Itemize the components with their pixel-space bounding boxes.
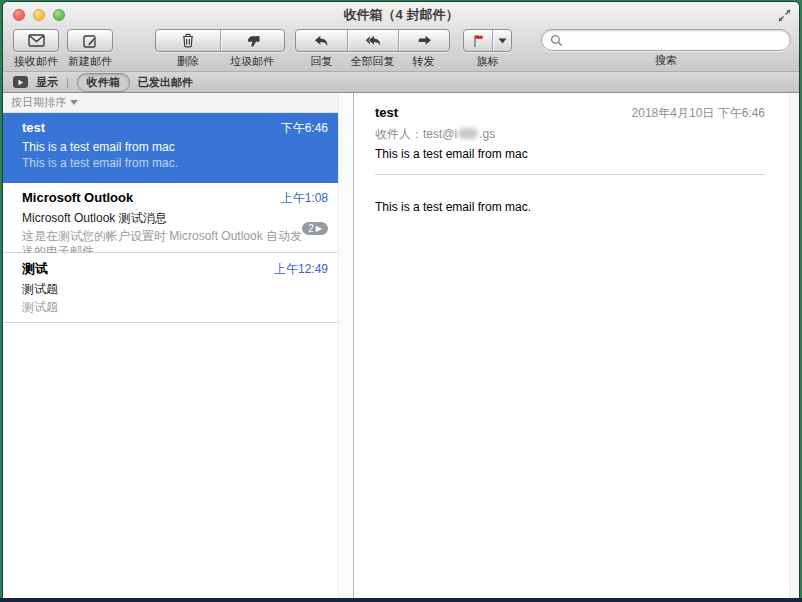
search-group: 搜索 — [541, 29, 791, 68]
sort-dropdown-arrow — [70, 100, 78, 105]
thread-count-badge[interactable]: 2 ▶ — [302, 222, 328, 235]
search-label: 搜索 — [655, 53, 677, 68]
traffic-lights — [13, 9, 65, 21]
flag-group: 旗标 — [463, 29, 512, 69]
reply-label: 回复 — [296, 54, 347, 69]
email-body: This is a test email from mac. — [375, 200, 799, 214]
forward-button[interactable] — [398, 30, 449, 51]
reply-button[interactable] — [296, 30, 347, 51]
message-row-2[interactable]: Microsoft Outlook 上午1:08 Microsoft Outlo… — [3, 183, 338, 253]
message-subject: Microsoft Outlook 测试消息 — [22, 210, 328, 227]
sort-header[interactable]: 按日期排序 — [3, 93, 353, 113]
reading-pane: test 2018年4月10日 下午6:46 收件人：test@i.gs Thi… — [354, 93, 799, 598]
favorites-separator: | — [66, 76, 69, 88]
reply-icon — [314, 35, 329, 47]
minimize-button[interactable] — [33, 9, 45, 21]
close-button[interactable] — [13, 9, 25, 21]
flag-button[interactable] — [464, 30, 492, 51]
content-area: 按日期排序 test 下午6:46 This is a test email f… — [3, 93, 799, 598]
email-sender: test — [375, 105, 398, 120]
reply-all-button[interactable] — [347, 30, 398, 51]
receive-mail-button[interactable] — [13, 29, 59, 52]
thread-count: 2 — [308, 223, 314, 234]
zoom-button[interactable] — [53, 9, 65, 21]
flag-label: 旗标 — [464, 54, 511, 69]
window-chrome: 收件箱（4 封邮件） — [3, 2, 799, 71]
delete-junk-group: 删除 垃圾邮件 — [155, 29, 285, 69]
reply-all-icon — [365, 35, 382, 47]
window-title: 收件箱（4 封邮件） — [3, 6, 799, 24]
message-subject: 测试题 — [22, 281, 328, 298]
recipient-redacted-blur — [458, 128, 478, 139]
delete-label: 删除 — [156, 54, 220, 69]
message-time: 上午12:49 — [274, 261, 328, 278]
search-icon — [550, 34, 563, 47]
reading-pane-scrollbar[interactable] — [789, 93, 799, 598]
forward-label: 转发 — [398, 54, 449, 69]
flag-dropdown-button[interactable] — [492, 30, 511, 51]
message-preview: 测试题 — [22, 300, 328, 315]
junk-label: 垃圾邮件 — [220, 54, 284, 69]
show-label[interactable]: 显示 — [36, 75, 58, 90]
flag-icon — [472, 34, 485, 48]
tab-inbox[interactable]: 收件箱 — [77, 73, 130, 92]
message-rows: test 下午6:46 This is a test email from ma… — [3, 113, 338, 323]
window-bottom-edge — [0, 598, 802, 602]
receive-mail-label: 接收邮件 — [14, 54, 58, 69]
delete-button[interactable] — [156, 30, 220, 51]
reply-forward-group: 回复 全部回复 转发 — [295, 29, 450, 69]
forward-icon — [417, 35, 432, 47]
reply-all-label: 全部回复 — [347, 54, 398, 69]
compose-mail-group: 新建邮件 — [67, 29, 113, 69]
thumbs-down-icon — [245, 34, 261, 48]
recipient-end: .gs — [479, 127, 495, 141]
envelope-icon — [14, 30, 58, 51]
email-header: test 2018年4月10日 下午6:46 收件人：test@i.gs Thi… — [375, 105, 765, 161]
chevron-down-icon — [498, 38, 507, 44]
favorites-bar: 显示 | 收件箱 已发出邮件 — [3, 71, 799, 93]
message-time: 下午6:46 — [281, 120, 328, 137]
recipient-label: 收件人： — [375, 127, 423, 141]
search-input[interactable] — [567, 33, 782, 47]
fullscreen-icon[interactable] — [777, 8, 792, 23]
compose-mail-button[interactable] — [67, 29, 113, 52]
recipient-start: test@i — [423, 127, 457, 141]
show-related-icon[interactable] — [13, 76, 28, 88]
email-subject: This is a test email from mac — [375, 147, 765, 161]
thread-expand-icon: ▶ — [316, 224, 322, 233]
sort-label: 按日期排序 — [11, 96, 66, 108]
message-sender: test — [22, 120, 45, 135]
message-row-1[interactable]: test 下午6:46 This is a test email from ma… — [3, 113, 338, 183]
message-sender: 测试 — [22, 260, 48, 278]
message-subject: This is a test email from mac — [22, 140, 328, 154]
message-row-3[interactable]: 测试 上午12:49 测试题 测试题 — [3, 253, 338, 323]
header-body-divider — [375, 174, 765, 175]
trash-icon — [181, 33, 195, 48]
titlebar[interactable]: 收件箱（4 封邮件） — [3, 2, 799, 27]
mail-window: 收件箱（4 封邮件） — [3, 2, 799, 598]
email-recipient-line: 收件人：test@i.gs — [375, 126, 765, 143]
message-time: 上午1:08 — [281, 190, 328, 207]
compose-mail-label: 新建邮件 — [68, 54, 112, 69]
message-list-scrollbar[interactable] — [338, 93, 353, 598]
message-preview: This is a test email from mac. — [22, 156, 328, 171]
search-field[interactable] — [541, 29, 791, 51]
receive-mail-group: 接收邮件 — [13, 29, 59, 69]
message-sender: Microsoft Outlook — [22, 190, 133, 205]
junk-button[interactable] — [220, 30, 284, 51]
message-list-pane: 按日期排序 test 下午6:46 This is a test email f… — [3, 93, 353, 598]
toolbar: 接收邮件 新建邮件 — [3, 27, 799, 71]
email-date: 2018年4月10日 下午6:46 — [632, 105, 765, 122]
tab-sent[interactable]: 已发出邮件 — [138, 75, 193, 90]
compose-icon — [68, 30, 112, 51]
